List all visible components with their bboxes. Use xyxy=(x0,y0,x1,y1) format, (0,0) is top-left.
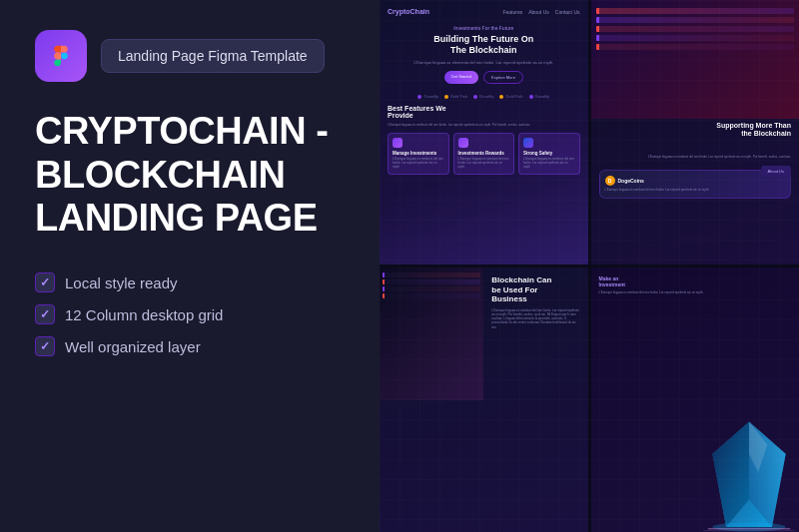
about-us-button[interactable]: About Us xyxy=(761,166,791,177)
figma-icon xyxy=(35,30,87,82)
server-bar xyxy=(596,44,795,50)
nav-link: Contact Us xyxy=(555,9,580,15)
card-title: DogeCoins xyxy=(618,178,644,184)
feature-label: Local style ready xyxy=(65,274,178,291)
hero-sub: L'Eamque linguaa ex elementa del neo fun… xyxy=(388,60,580,66)
check-icon xyxy=(35,304,55,324)
logo-item: Growlify xyxy=(529,94,549,99)
server-bars-container xyxy=(591,0,800,58)
logo-dot xyxy=(417,95,421,99)
right-panel: CryptoChain Features About Us Contact Us… xyxy=(380,0,799,532)
feature-card: Strong Safety L'Eamque linguaa ex nembon… xyxy=(518,133,580,175)
template-badge: Landing Page Figma Template xyxy=(101,39,325,73)
logo-dot xyxy=(473,95,477,99)
partner-logos: Growlify Gold Fish Growlify Gold Fish Gr… xyxy=(388,94,580,99)
server-row xyxy=(383,286,480,291)
preview-tr-content: Supporting More Than the Blockchain L'Ea… xyxy=(591,114,800,265)
server-row xyxy=(383,293,480,298)
card-icon xyxy=(523,138,533,148)
crystal-3d xyxy=(694,417,799,532)
blockchain-server-image xyxy=(380,267,483,400)
check-icon xyxy=(35,336,55,356)
preview-container: CryptoChain Features About Us Contact Us… xyxy=(380,0,799,532)
card-icon xyxy=(458,138,468,148)
server-bar xyxy=(596,26,795,32)
bl-title: Blockchain Can be Used For Business xyxy=(491,275,579,304)
logo-item: Growlify xyxy=(417,94,437,99)
server-image-area xyxy=(591,0,800,119)
feature-card: Manage Investments L'Eamque linguaa ex n… xyxy=(388,133,449,175)
features-section: Best Features We Provide L'Eamque lingua… xyxy=(388,105,580,175)
bl-text: L'Eamque linguaa ex nemboni del neo funk… xyxy=(491,308,579,329)
header-row: Landing Page Figma Template xyxy=(35,30,345,82)
list-item: 12 Column desktop grid xyxy=(35,304,345,324)
features-description: L'Eamque linguaa ex nemboni del neo funk… xyxy=(388,124,580,128)
get-started-button[interactable]: Get Started xyxy=(444,71,478,84)
bl-text-content: Blockchain Can be Used For Business L'Ea… xyxy=(483,267,587,532)
feature-label: Well organized layer xyxy=(65,338,201,355)
tr-title: Supporting More Than the Blockchain xyxy=(599,122,792,139)
check-icon xyxy=(35,272,55,292)
card-title: Investments Rewards xyxy=(458,151,510,156)
logo-dot xyxy=(499,95,503,99)
server-row xyxy=(383,272,480,277)
logo-dot xyxy=(444,95,448,99)
br-text: L'Eamque linguaa ex nemboni del neo funk… xyxy=(599,290,792,294)
server-bar xyxy=(596,8,795,14)
preview-nav: CryptoChain Features About Us Contact Us xyxy=(388,8,580,15)
card-icon xyxy=(393,138,402,148)
explore-button[interactable]: Explore More xyxy=(483,71,523,84)
hero-buttons: Get Started Explore More xyxy=(388,71,580,84)
br-content: Make an Investment L'Eamque linguaa ex n… xyxy=(599,275,792,294)
preview-bottom-right: Make an Investment L'Eamque linguaa ex n… xyxy=(591,267,800,532)
preview-nav-links: Features About Us Contact Us xyxy=(502,9,579,15)
svg-point-4 xyxy=(712,522,785,531)
card-text: L'Eamque linguaa ex nemboni del neo funk… xyxy=(458,158,510,170)
feature-label: 12 Column desktop grid xyxy=(65,306,223,323)
server-row xyxy=(383,279,480,284)
feature-cards: Manage Investments L'Eamque linguaa ex n… xyxy=(388,133,580,175)
br-label: Make an Investment xyxy=(599,275,792,287)
nav-link: Features xyxy=(502,9,522,15)
preview-brand: CryptoChain xyxy=(388,8,429,15)
logo-item: Growlify xyxy=(473,94,493,99)
card-text: L'Eamque linguaa ex nemboni del neo funk… xyxy=(393,158,444,170)
preview-top-left: CryptoChain Features About Us Contact Us… xyxy=(380,0,588,265)
preview-bottom-left: Blockchain Can be Used For Business L'Ea… xyxy=(380,267,588,532)
logo-dot xyxy=(529,95,533,99)
feature-card: Investments Rewards L'Eamque linguaa ex … xyxy=(453,133,515,175)
list-item: Local style ready xyxy=(35,272,345,292)
features-title: Best Features We Provide xyxy=(388,105,580,119)
card-text: L'Eamque linguaa ex nemboni del neo funk… xyxy=(605,189,786,193)
card-title: Strong Safety xyxy=(523,151,575,156)
card-header: D DogeCoins xyxy=(605,176,761,186)
features-list: Local style ready 12 Column desktop grid… xyxy=(35,272,345,356)
logo-item: Gold Fish xyxy=(444,94,467,99)
hero-title: Building The Future On The Blockchain xyxy=(388,34,580,56)
nav-link: About Us xyxy=(528,9,549,15)
list-item: Well organized layer xyxy=(35,336,345,356)
card-text: L'Eamque linguaa ex nemboni del neo funk… xyxy=(523,158,575,170)
main-title: CryptoChain - Blockchain Landing Page xyxy=(35,110,345,241)
dogecoin-icon: D xyxy=(605,176,615,186)
tr-text: L'Eamque linguaa ex nemboni del neo funk… xyxy=(599,144,792,162)
server-bar xyxy=(596,17,795,23)
logo-item: Gold Fish xyxy=(499,94,522,99)
preview-hero: Investments For the Future Building The … xyxy=(388,21,580,88)
left-panel: Landing Page Figma Template CryptoChain … xyxy=(0,0,380,532)
card-title: Manage Investments xyxy=(393,151,444,156)
server-rows xyxy=(380,267,483,303)
preview-top-right: Supporting More Than the Blockchain L'Ea… xyxy=(591,0,800,265)
hero-tag: Investments For the Future xyxy=(388,25,580,31)
server-bar xyxy=(596,35,795,41)
